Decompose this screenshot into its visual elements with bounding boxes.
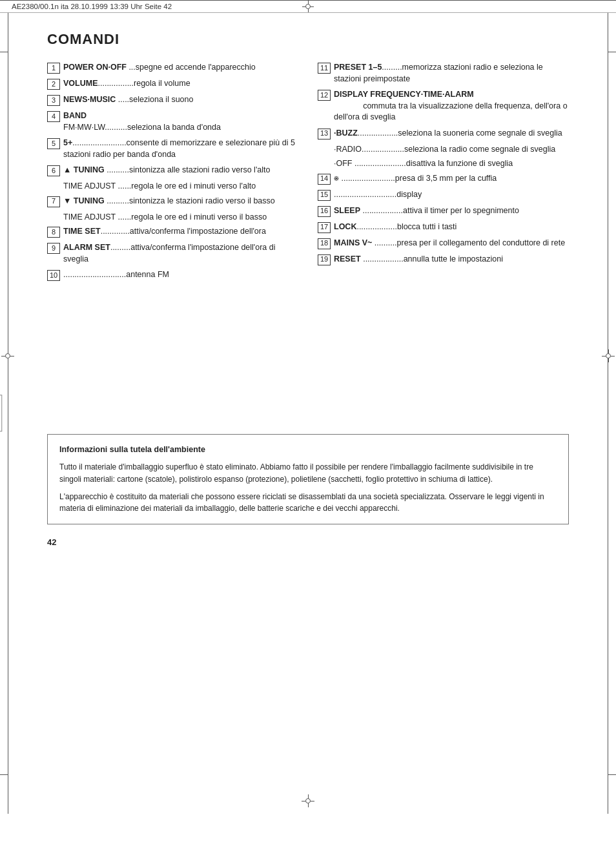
cmd-item-9: 9 ALARM SET.........attiva/conferma l'im… <box>47 242 298 265</box>
cmd-item-14: 14 ⎈ ........................presa di 3,… <box>318 173 569 185</box>
cmd-text-8: TIME SET.............attiva/conferma l'i… <box>63 226 298 238</box>
page-title: COMANDI <box>47 31 569 48</box>
sidebar-label: Italiano <box>0 395 2 432</box>
cmd-number-2: 2 <box>47 79 60 90</box>
spacer <box>47 305 569 434</box>
cmd-text-2: VOLUME................regola il volume <box>63 78 298 90</box>
cmd-text-6: ▲ TUNING ..........sintonizza alle stazi… <box>63 165 298 176</box>
cmd-number-10: 10 <box>47 270 60 281</box>
cmd-text-12: DISPLAY FREQUENCY·TIME·ALARM commuta tra… <box>334 89 569 123</box>
top-crosshair-icon <box>302 1 314 12</box>
cmd-text-16: SLEEP ..................attiva il timer … <box>334 205 569 217</box>
cmd-sub-13a: ·RADIO...................seleziona la ra… <box>334 144 569 156</box>
cmd-number-7: 7 <box>47 196 60 207</box>
commands-right: 11 PRESET 1–5.........memorizza stazioni… <box>318 62 569 285</box>
cmd-text-5: 5+........................consente di me… <box>63 138 298 160</box>
tick-left-top <box>0 52 8 52</box>
cmd-number-13: 13 <box>318 129 331 140</box>
cmd-number-4: 4 <box>47 111 60 122</box>
cmd-text-10: ............................antenna FM <box>63 269 298 281</box>
cmd-number-19: 19 <box>318 254 331 265</box>
cmd-sub-7: TIME ADJUST ......regola le ore ed i min… <box>63 212 298 223</box>
meta-text: AE2380/00.1n ita 28.10.1999 13:39 Uhr Se… <box>12 3 172 10</box>
cmd-sub-text-13b: ·OFF .......................disattiva la… <box>334 158 513 170</box>
cmd-sub-text-7: TIME ADJUST ......regola le ore ed i min… <box>63 212 267 223</box>
page-outer: Italiano COMANDI 1 POWER ON·OFF ...spegn… <box>8 13 608 814</box>
cmd-sub-6: TIME ADJUST ......regola le ore ed i min… <box>63 181 298 192</box>
cmd-text-13: ·BUZZ..................seleziona la suon… <box>334 128 569 140</box>
cmd-number-8: 8 <box>47 227 60 238</box>
main-content: COMANDI 1 POWER ON·OFF ...spegne ed acce… <box>8 13 608 565</box>
cmd-text-17: LOCK..................blocca tutti i tas… <box>334 222 569 233</box>
cmd-item-13: 13 ·BUZZ..................seleziona la s… <box>318 128 569 140</box>
cmd-number-3: 3 <box>47 95 60 106</box>
cmd-text-3: NEWS·MUSIC .....seleziona il suono <box>63 94 298 106</box>
cmd-text-15: ............................display <box>334 189 569 201</box>
cmd-text-19: RESET ..................annulla tutte le… <box>334 254 569 265</box>
cmd-text-11: PRESET 1–5.........memorizza stazioni ra… <box>334 62 569 85</box>
cmd-item-2: 2 VOLUME................regola il volume <box>47 78 298 90</box>
tick-right-top <box>608 52 616 52</box>
cmd-item-3: 3 NEWS·MUSIC .....seleziona il suono <box>47 94 298 106</box>
cmd-item-6: 6 ▲ TUNING ..........sintonizza alle sta… <box>47 165 298 176</box>
cmd-number-6: 6 <box>47 165 60 176</box>
cmd-number-17: 17 <box>318 222 331 233</box>
cmd-item-8: 8 TIME SET.............attiva/conferma l… <box>47 226 298 238</box>
cmd-number-1: 1 <box>47 63 60 74</box>
tick-left-bottom <box>0 774 8 775</box>
top-bar: AE2380/00.1n ita 28.10.1999 13:39 Uhr Se… <box>0 0 616 13</box>
cmd-sub-text-13a: ·RADIO...................seleziona la ra… <box>334 144 555 156</box>
cmd-item-16: 16 SLEEP ..................attiva il tim… <box>318 205 569 217</box>
cmd-item-17: 17 LOCK..................blocca tutti i … <box>318 222 569 233</box>
cmd-number-15: 15 <box>318 190 331 201</box>
cmd-item-11: 11 PRESET 1–5.........memorizza stazioni… <box>318 62 569 85</box>
cmd-item-12: 12 DISPLAY FREQUENCY·TIME·ALARM commuta … <box>318 89 569 123</box>
cmd-text-1: POWER ON·OFF ...spegne ed accende l'appa… <box>63 62 298 74</box>
cmd-item-1: 1 POWER ON·OFF ...spegne ed accende l'ap… <box>47 62 298 74</box>
cmd-item-18: 18 MAINS V~ ..........presa per il colle… <box>318 238 569 249</box>
cmd-item-5: 5 5+........................consente di … <box>47 138 298 160</box>
cmd-number-5: 5 <box>47 138 60 149</box>
cmd-sub-13b: ·OFF .......................disattiva la… <box>334 158 569 170</box>
cmd-number-14: 14 <box>318 174 331 185</box>
cmd-text-18: MAINS V~ ..........presa per il collegam… <box>334 238 569 249</box>
info-box-para-2: L'apparecchio è costituito da materiali … <box>59 491 557 515</box>
cmd-item-7: 7 ▼ TUNING ..........sintonizza le stazi… <box>47 196 298 207</box>
cmd-item-19: 19 RESET ..................annulla tutte… <box>318 254 569 265</box>
page-number: 42 <box>47 537 569 547</box>
cmd-text-14: ⎈ ........................presa di 3,5 m… <box>334 173 569 185</box>
cmd-number-9: 9 <box>47 243 60 254</box>
info-box: Informazioni sulla tutela dell'ambiente … <box>47 434 569 524</box>
cmd-number-12: 12 <box>318 90 331 101</box>
cmd-number-11: 11 <box>318 63 331 74</box>
cmd-number-18: 18 <box>318 238 331 249</box>
cmd-item-4: 4 BAND FM·MW·LW..........seleziona la ba… <box>47 110 298 133</box>
cmd-number-16: 16 <box>318 206 331 217</box>
cmd-item-15: 15 ............................display <box>318 189 569 201</box>
cmd-sub-text-6: TIME ADJUST ......regola le ore ed i min… <box>63 181 256 192</box>
cmd-text-9: ALARM SET.........attiva/conferma l'impo… <box>63 242 298 265</box>
cmd-text-7: ▼ TUNING ..........sintonizza le stazion… <box>63 196 298 207</box>
tick-right-bottom <box>608 774 616 775</box>
commands-grid: 1 POWER ON·OFF ...spegne ed accende l'ap… <box>47 62 569 285</box>
info-box-para-1: Tutto il materiale d'imballaggio superfl… <box>59 461 557 485</box>
left-crosshair-icon <box>1 349 14 362</box>
cmd-item-10: 10 ............................antenna F… <box>47 269 298 281</box>
right-crosshair-icon <box>602 349 615 362</box>
commands-left: 1 POWER ON·OFF ...spegne ed accende l'ap… <box>47 62 298 285</box>
bottom-crosshair-icon <box>302 794 314 807</box>
info-box-title: Informazioni sulla tutela dell'ambiente <box>59 444 557 456</box>
cmd-text-4: BAND FM·MW·LW..........seleziona la band… <box>63 110 298 133</box>
